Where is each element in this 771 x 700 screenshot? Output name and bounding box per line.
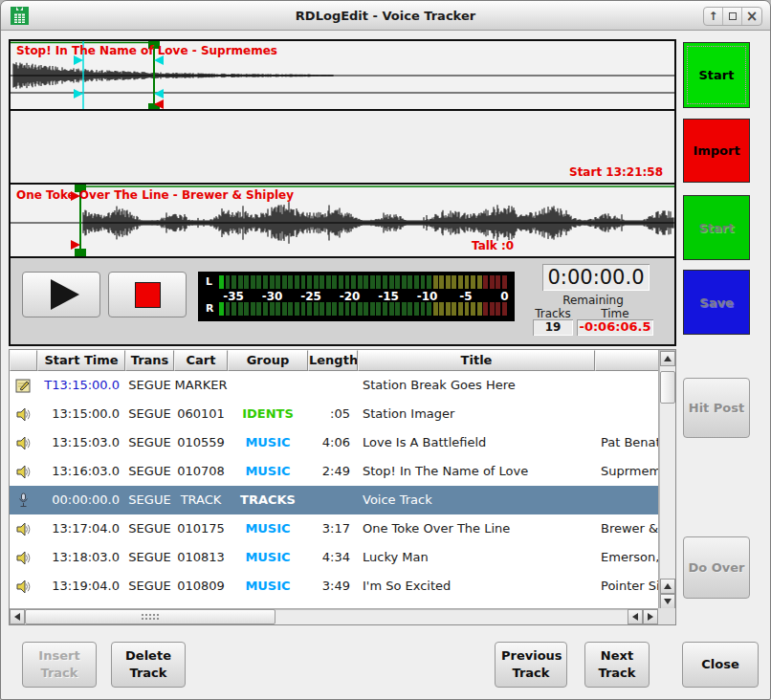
column-header-start-time[interactable]: Start Time [37, 350, 125, 371]
track-panel-voicetrack[interactable]: Start 13:21:58 [11, 111, 674, 185]
log-row[interactable]: 00:00:00.0SEGUETRACKTRACKSVoice Track [10, 486, 660, 514]
next-track-button[interactable]: Next Track [584, 642, 650, 688]
start-record-button[interactable]: Start [683, 42, 750, 108]
track-panel-outgoing[interactable]: Stop! In The Name of Love - Suprmemes [11, 41, 674, 111]
start-handle-bottom[interactable] [75, 249, 86, 256]
previous-track-button[interactable]: Previous Track [495, 642, 567, 688]
tracks-remaining-label: Tracks [533, 307, 573, 320]
speaker-icon [10, 543, 37, 572]
start-next-button[interactable]: Start [683, 195, 750, 260]
column-header-artist[interactable] [595, 350, 660, 371]
log-row[interactable]: 13:18:03.0SEGUE010813MUSIC4:34Lucky ManE… [10, 543, 660, 572]
cell-length: 2:49 [308, 457, 358, 486]
meter-segment [458, 275, 463, 289]
fade-marker-icon[interactable] [74, 89, 83, 98]
column-header-cart[interactable]: Cart [174, 350, 228, 371]
vertical-scroll-thumb[interactable] [660, 371, 675, 404]
column-header-group[interactable]: Group [228, 350, 308, 371]
scroll-up-button[interactable] [660, 351, 675, 366]
cell-title: Station Imager [358, 400, 595, 428]
speaker-icon [10, 457, 37, 486]
cell-start-time: 13:18:03.0 [37, 543, 125, 572]
scroll-left-button[interactable] [628, 609, 643, 624]
horizontal-scroll-thumb[interactable] [25, 609, 275, 624]
cell-title: Love Is A Battlefield [358, 428, 595, 457]
cell-cart: TRACK [174, 486, 228, 514]
meter-segment [446, 275, 451, 289]
shade-window-button[interactable]: ↑ [704, 8, 723, 25]
cell-length [308, 486, 358, 514]
cell-cart: MARKER [174, 371, 228, 400]
cell-cart: 010708 [174, 457, 228, 486]
meter-segment [395, 302, 400, 316]
speaker-icon [10, 572, 37, 601]
cell-trans: SEGUE [125, 400, 174, 428]
log-header: Start Time Trans Cart Group Length Title [10, 350, 660, 371]
meter-right-label: R [206, 302, 217, 315]
scroll-left-button[interactable] [10, 609, 25, 624]
meter-segment [383, 302, 387, 316]
meter-segment [427, 302, 431, 316]
meter-segment [319, 302, 324, 316]
cell-cart: 010809 [174, 572, 228, 601]
log-row[interactable]: 13:15:00.0SEGUE060101IDENTS:05Station Im… [10, 400, 660, 428]
column-header-length[interactable]: Length [308, 350, 358, 371]
meter-segment [477, 302, 482, 316]
meter-segment [496, 275, 500, 289]
meter-segment [408, 302, 412, 316]
cell-title: Lucky Man [358, 543, 595, 572]
meter-segment [465, 302, 470, 316]
save-button[interactable]: Save [683, 270, 750, 335]
column-header-trans[interactable]: Trans [125, 350, 174, 371]
stop-button[interactable] [108, 272, 187, 317]
import-button[interactable]: Import [683, 119, 750, 183]
close-button[interactable]: Close [682, 642, 759, 688]
meter-segment [332, 302, 337, 316]
scroll-right-button[interactable] [643, 609, 658, 624]
delete-track-button[interactable]: Delete Track [111, 642, 186, 688]
meter-scale-label: -25 [296, 290, 326, 303]
speaker-icon [10, 400, 37, 428]
column-header-icon[interactable] [10, 350, 37, 371]
meter-segment [458, 302, 463, 316]
horizontal-scrollbar[interactable] [10, 608, 660, 624]
meter-segment [231, 302, 236, 316]
insert-track-button[interactable]: Insert Track [22, 642, 97, 688]
scroll-up-button[interactable] [660, 579, 675, 594]
cell-group: MUSIC [228, 543, 308, 572]
meter-segment [345, 302, 350, 316]
meter-segment [288, 275, 293, 289]
maximize-window-button[interactable] [723, 8, 742, 25]
talk-time-status: Talk :0 [472, 239, 514, 252]
meter-segment [465, 275, 470, 289]
meter-segment [270, 275, 275, 289]
meter-scale-label: -30 [257, 290, 288, 303]
start-marker-icon[interactable] [71, 240, 80, 250]
play-button[interactable] [22, 272, 100, 317]
cell-group [228, 371, 308, 400]
column-header-title[interactable]: Title [358, 350, 595, 371]
vertical-scrollbar[interactable] [658, 350, 675, 610]
close-window-button[interactable]: × [742, 8, 761, 25]
thumb-grip [141, 613, 160, 621]
log-row[interactable]: 13:16:03.0SEGUE010708MUSIC2:49Stop! In T… [10, 457, 660, 486]
hit-post-button[interactable]: Hit Post [683, 378, 750, 438]
cell-length: 3:17 [308, 514, 358, 543]
maximize-icon [729, 12, 737, 20]
meter-segment [256, 302, 261, 316]
log-row[interactable]: T13:15:00.0SEGUEMARKERStation Break Goes… [10, 371, 660, 400]
fade-marker-icon[interactable] [154, 89, 164, 98]
log-row[interactable]: 13:15:03.0SEGUE010559MUSIC4:06Love Is A … [10, 428, 660, 457]
log-row[interactable]: 13:19:04.0SEGUE010809MUSIC3:49I'm So Exc… [10, 572, 660, 601]
meter-segment [490, 302, 495, 316]
outgoing-track-title: Stop! In The Name of Love - Suprmemes [16, 44, 277, 57]
meter-segment [231, 275, 236, 289]
meter-segment [439, 302, 444, 316]
scroll-down-button[interactable] [660, 594, 675, 609]
meter-segment [314, 302, 319, 316]
do-over-button[interactable]: Do Over [683, 536, 750, 599]
meter-segment [376, 275, 381, 289]
log-row[interactable]: 13:17:04.0SEGUE010175MUSIC3:17One Toke O… [10, 514, 660, 543]
track-panel-incoming[interactable]: One Toke Over The Line - Brewer & Shiple… [11, 185, 674, 258]
meter-segment [263, 302, 268, 316]
